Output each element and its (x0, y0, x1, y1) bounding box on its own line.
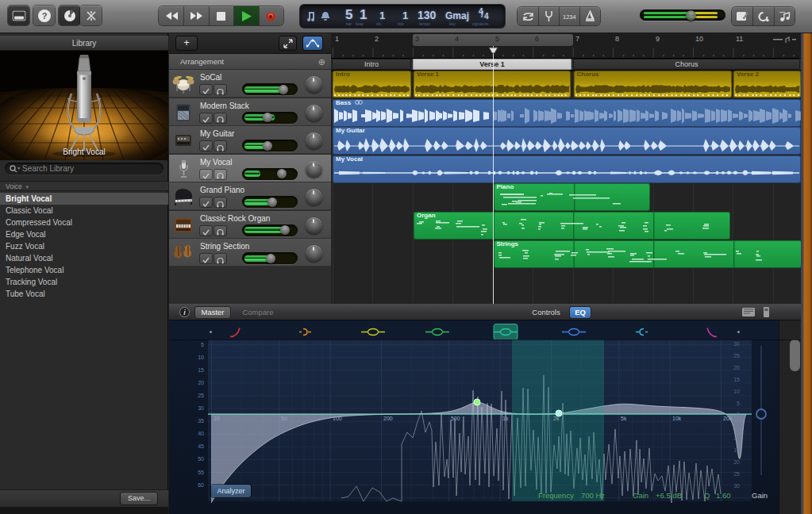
svg-text:?: ? (41, 11, 47, 21)
svg-text:1234: 1234 (563, 13, 576, 20)
